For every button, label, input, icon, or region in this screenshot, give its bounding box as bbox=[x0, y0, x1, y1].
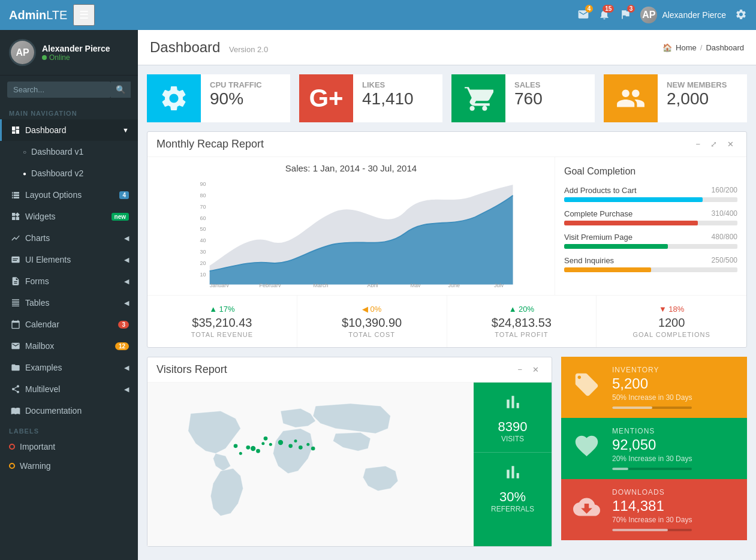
sidebar-item-tables-label: Tables bbox=[25, 298, 124, 308]
sidebar-item-examples[interactable]: Examples ◀ bbox=[0, 357, 138, 378]
goal-item-cart-bar bbox=[564, 197, 703, 202]
visitors-content: 8390 VISITS 30% REFERRALS bbox=[147, 383, 552, 546]
stat-completions: ▼ 18% 1200 GOAL COMPLETIONS bbox=[597, 296, 746, 347]
layout-badge: 4 bbox=[119, 191, 129, 199]
sidebar-item-dashboard-label: Dashboard bbox=[25, 125, 122, 135]
visitors-close[interactable]: ✕ bbox=[529, 363, 543, 376]
downloads-desc: 70% Increase in 30 Days bbox=[612, 516, 692, 524]
settings-icon-wrap[interactable] bbox=[735, 8, 747, 22]
messages-icon-wrap[interactable]: 3 bbox=[619, 8, 631, 22]
sidebar-item-dashboard[interactable]: Dashboard ▼ bbox=[0, 119, 138, 141]
sidebar-item-mailbox[interactable]: Mailbox 12 bbox=[0, 335, 138, 357]
svg-text:April: April bbox=[368, 282, 378, 287]
forms-icon bbox=[11, 276, 20, 286]
info-box-cpu-label: CPU TRAFFIC bbox=[210, 80, 262, 89]
sidebar-item-widgets[interactable]: Widgets new bbox=[0, 206, 138, 227]
svg-text:70: 70 bbox=[200, 204, 206, 210]
close-button[interactable]: ✕ bbox=[724, 138, 737, 150]
sidebar-item-layout[interactable]: Layout Options 4 bbox=[0, 184, 138, 206]
mailbox-badge: 12 bbox=[115, 342, 129, 350]
info-box-cpu-value: 90% bbox=[210, 89, 262, 109]
cart-icon bbox=[463, 83, 493, 113]
download-icon bbox=[573, 493, 603, 526]
bottom-row: Visitors Report − ✕ bbox=[147, 357, 747, 547]
stat-completions-label: GOAL COMPLETIONS bbox=[606, 331, 737, 338]
calendar-badge: 3 bbox=[118, 321, 129, 329]
search-input[interactable] bbox=[7, 82, 111, 98]
alerts-icon-wrap[interactable]: 15 bbox=[598, 8, 610, 22]
svg-text:June: June bbox=[448, 282, 460, 287]
goal-item-premium: Visit Premium Page 480/800 bbox=[564, 233, 737, 249]
stat-completions-value: 1200 bbox=[606, 316, 737, 330]
map-area bbox=[147, 383, 474, 546]
monthly-recap-box: Monthly Recap Report − ⤢ ✕ Sales: 1 Jan,… bbox=[147, 131, 747, 348]
sidebar-item-ui-label: UI Elements bbox=[25, 255, 124, 264]
sidebar-item-calendar[interactable]: Calendar 3 bbox=[0, 314, 138, 335]
sidebar-item-multilevel[interactable]: Multilevel ◀ bbox=[0, 378, 138, 400]
sidebar-user-avatar: AP bbox=[9, 39, 36, 66]
mentions-desc: 20% Increase in 30 Days bbox=[612, 454, 692, 463]
sidebar-item-dashboard-v1[interactable]: Dashboard v1 bbox=[0, 141, 138, 162]
sidebar-search[interactable]: 🔍 bbox=[0, 76, 138, 104]
tag-icon bbox=[573, 371, 603, 404]
svg-text:March: March bbox=[314, 282, 329, 287]
folder-icon bbox=[11, 363, 20, 372]
dashboard-icon bbox=[11, 125, 20, 135]
forms-arrow: ◀ bbox=[124, 278, 129, 285]
mentions-bar bbox=[612, 468, 628, 470]
sidebar-item-charts-label: Charts bbox=[25, 233, 124, 243]
breadcrumb-current: Dashboard bbox=[706, 43, 744, 52]
stat-cost: ◀ 0% $10,390.90 TOTAL COST bbox=[297, 296, 447, 347]
visitors-header: Visitors Report − ✕ bbox=[147, 357, 552, 383]
goal-item-purchase: Complete Purchase 310/400 bbox=[564, 209, 737, 225]
search-button[interactable]: 🔍 bbox=[111, 82, 131, 98]
sidebar-item-tables[interactable]: Tables ◀ bbox=[0, 292, 138, 314]
goal-completion-title: Goal Completion bbox=[564, 166, 737, 177]
info-boxes: CPU TRAFFIC 90% G+ LIKES 41,410 bbox=[147, 74, 747, 122]
monthly-recap-content: Sales: 1 Jan, 2014 - 30 Jul, 2014 90 80 … bbox=[147, 157, 746, 295]
info-box-cpu-content: CPU TRAFFIC 90% bbox=[201, 74, 271, 122]
sidebar-item-forms[interactable]: Forms ◀ bbox=[0, 270, 138, 292]
goal-item-premium-progress bbox=[564, 244, 737, 249]
tables-arrow: ◀ bbox=[124, 299, 129, 307]
dashboard-arrow: ▼ bbox=[122, 127, 129, 134]
downloads-bar bbox=[612, 529, 668, 531]
app-logo: AdminLTE bbox=[9, 8, 67, 22]
charts-arrow: ◀ bbox=[124, 234, 129, 242]
downloads-value: 114,381 bbox=[612, 498, 692, 514]
svg-text:May: May bbox=[411, 282, 421, 287]
referrals-label: REFERRALS bbox=[481, 505, 544, 513]
stat-revenue-label: TOTAL REVENUE bbox=[156, 331, 288, 338]
inventory-value: 5,200 bbox=[612, 375, 692, 392]
notifications-icon-wrap[interactable]: 4 bbox=[577, 8, 589, 22]
info-box-members-value: 2,000 bbox=[667, 89, 727, 109]
chart-area: Sales: 1 Jan, 2014 - 30 Jul, 2014 90 80 … bbox=[147, 157, 555, 295]
goal-item-purchase-bar bbox=[564, 221, 698, 225]
stat-revenue: ▲ 17% $35,210.43 TOTAL REVENUE bbox=[147, 296, 297, 347]
hamburger-button[interactable]: ☰ bbox=[73, 4, 95, 26]
sidebar-item-charts[interactable]: Charts ◀ bbox=[0, 227, 138, 249]
sidebar-user-name: Alexander Pierce bbox=[42, 44, 110, 53]
user-menu[interactable]: AP Alexander Pierce bbox=[640, 7, 726, 23]
info-box-sales-content: SALES 760 bbox=[505, 74, 552, 122]
breadcrumb-home[interactable]: Home bbox=[676, 43, 697, 52]
inventory-progress bbox=[612, 407, 692, 409]
sidebar-item-layout-label: Layout Options bbox=[25, 190, 119, 200]
monthly-recap-body: Sales: 1 Jan, 2014 - 30 Jul, 2014 90 80 … bbox=[147, 157, 746, 347]
stat-revenue-value: $35,210.43 bbox=[156, 316, 288, 330]
label-important-text: Important bbox=[20, 442, 55, 451]
label-warning[interactable]: Warning bbox=[0, 456, 138, 475]
sidebar-item-ui[interactable]: UI Elements ◀ bbox=[0, 249, 138, 270]
minimize-button[interactable]: − bbox=[692, 138, 704, 150]
sidebar-item-docs[interactable]: Documentation bbox=[0, 400, 138, 421]
examples-arrow: ◀ bbox=[124, 364, 129, 372]
sidebar-item-dashboard-v2[interactable]: Dashboard v2 bbox=[0, 162, 138, 184]
svg-point-16 bbox=[251, 446, 255, 451]
stat-inventory: INVENTORY 5,200 50% Increase in 30 Days bbox=[561, 357, 747, 418]
label-important[interactable]: Important bbox=[0, 437, 138, 456]
stat-profit-value: $24,813.53 bbox=[456, 316, 588, 330]
expand-button[interactable]: ⤢ bbox=[707, 138, 721, 150]
visitors-minimize[interactable]: − bbox=[514, 363, 526, 376]
info-box-sales-label: SALES bbox=[514, 80, 543, 89]
inventory-info: INVENTORY 5,200 50% Increase in 30 Days bbox=[612, 366, 692, 409]
